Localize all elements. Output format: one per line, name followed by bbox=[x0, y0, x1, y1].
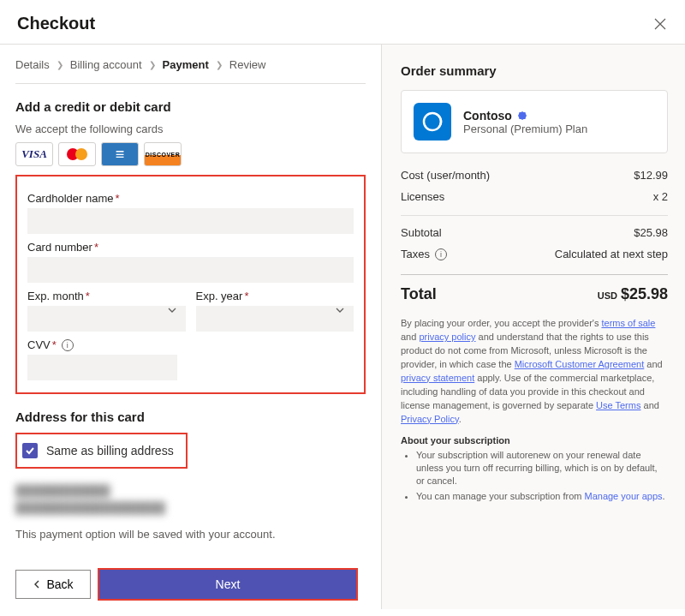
order-summary-title: Order summary bbox=[401, 63, 668, 78]
privacy-statement-link[interactable]: privacy statement bbox=[401, 373, 474, 383]
exp-month-select[interactable] bbox=[27, 306, 186, 332]
privacy-policy-link-2[interactable]: Privacy Policy bbox=[401, 414, 459, 424]
breadcrumb: Details ❯ Billing account ❯ Payment ❯ Re… bbox=[15, 58, 366, 71]
card-form: Cardholder name* Card number* Exp. month… bbox=[15, 175, 366, 394]
accept-cards-text: We accept the following cards bbox=[15, 123, 366, 135]
subtotal-value: $25.98 bbox=[634, 226, 668, 239]
checkmark-icon bbox=[25, 446, 35, 456]
product-icon bbox=[414, 103, 451, 141]
same-as-billing-label: Same as billing address bbox=[46, 444, 174, 458]
saved-note: This payment option will be saved with y… bbox=[15, 528, 366, 541]
card-number-label: Card number* bbox=[27, 241, 354, 254]
product-card: Contoso Personal (Premium) Plan bbox=[401, 90, 668, 153]
microsoft-customer-agreement-link[interactable]: Microsoft Customer Agreement bbox=[515, 359, 645, 369]
visa-logo: VISA bbox=[15, 142, 53, 166]
chevron-right-icon: ❯ bbox=[216, 60, 223, 69]
cardholder-label: Cardholder name* bbox=[27, 192, 354, 205]
breadcrumb-item-payment: Payment bbox=[163, 58, 209, 71]
cvv-input[interactable] bbox=[27, 355, 177, 380]
total-value: $25.98 bbox=[621, 285, 668, 302]
exp-year-select[interactable] bbox=[196, 306, 354, 332]
total-currency: USD bbox=[598, 290, 617, 301]
add-card-title: Add a credit or debit card bbox=[15, 99, 366, 114]
exp-year-label: Exp. year* bbox=[196, 290, 354, 302]
blurred-address: ███████████████████████████████ bbox=[15, 482, 366, 516]
page-title: Checkout bbox=[17, 14, 95, 33]
terms-of-sale-link[interactable]: terms of sale bbox=[601, 318, 655, 328]
subscription-bullet-manage: You can manage your subscription from Ma… bbox=[416, 490, 668, 503]
product-name: Contoso bbox=[463, 109, 512, 123]
use-terms-link[interactable]: Use Terms bbox=[596, 400, 640, 410]
product-plan: Personal (Premium) Plan bbox=[463, 123, 587, 135]
chevron-right-icon: ❯ bbox=[149, 60, 156, 69]
cost-label: Cost (user/month) bbox=[401, 169, 490, 182]
info-icon[interactable]: i bbox=[435, 248, 447, 260]
breadcrumb-item-review: Review bbox=[229, 58, 266, 71]
verified-badge-icon bbox=[517, 111, 527, 121]
close-icon bbox=[654, 18, 666, 30]
about-subscription-title: About your subscription bbox=[401, 435, 668, 446]
taxes-value: Calculated at next step bbox=[555, 248, 668, 260]
info-icon[interactable]: i bbox=[62, 339, 74, 351]
card-number-input[interactable] bbox=[27, 257, 354, 283]
privacy-policy-link[interactable]: privacy policy bbox=[419, 332, 475, 342]
breadcrumb-item-details[interactable]: Details bbox=[15, 58, 50, 71]
legal-text: By placing your order, you accept the pr… bbox=[401, 317, 668, 427]
cardholder-input[interactable] bbox=[27, 208, 354, 234]
exp-month-label: Exp. month* bbox=[27, 290, 186, 302]
address-title: Address for this card bbox=[15, 410, 366, 424]
cost-value: $12.99 bbox=[634, 169, 668, 182]
amex-logo: ≡ bbox=[101, 142, 139, 166]
manage-apps-link[interactable]: Manage your apps bbox=[584, 491, 662, 501]
subscription-bullet-autorenew: Your subscription will autorenew on your… bbox=[416, 449, 668, 488]
back-button[interactable]: Back bbox=[15, 570, 91, 599]
total-label: Total bbox=[401, 285, 437, 303]
next-button[interactable]: Next bbox=[99, 570, 356, 599]
chevron-left-icon bbox=[33, 580, 41, 589]
same-as-billing-checkbox[interactable] bbox=[22, 443, 38, 458]
licenses-value: x 2 bbox=[653, 190, 668, 203]
chevron-right-icon: ❯ bbox=[57, 60, 63, 69]
mastercard-logo bbox=[58, 142, 96, 166]
discover-logo: DISCOVER bbox=[144, 142, 182, 166]
subtotal-label: Subtotal bbox=[401, 226, 442, 239]
taxes-label: Taxes bbox=[401, 248, 430, 260]
cvv-label: CVV* bbox=[27, 338, 57, 351]
close-button[interactable] bbox=[652, 16, 668, 32]
breadcrumb-item-billing-account[interactable]: Billing account bbox=[70, 58, 142, 71]
licenses-label: Licenses bbox=[401, 190, 444, 203]
